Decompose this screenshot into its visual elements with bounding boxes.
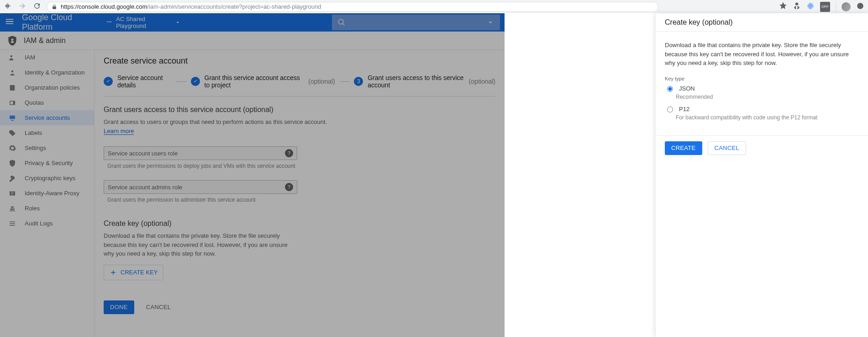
sidebar-item-identity[interactable]: Identity & Organization [0, 65, 94, 80]
project-dots-icon [106, 19, 112, 26]
users-role-placeholder: Service account users role [108, 150, 178, 157]
sidebar-item-roles[interactable]: Roles [0, 201, 94, 216]
svg-rect-8 [10, 85, 15, 91]
sidebar-item-serviceaccounts[interactable]: Service accounts [0, 110, 94, 125]
sidebar: IAM Identity & Organization Organization… [0, 50, 95, 337]
hamburger-icon[interactable] [5, 16, 15, 28]
sidebar-item-privacy[interactable]: Privacy & Security [0, 155, 94, 171]
sidebar-item-orgpolicies[interactable]: Organization policies [0, 80, 94, 95]
step-separator [176, 81, 186, 82]
svg-point-6 [11, 55, 13, 57]
panel-cancel-button[interactable]: CANCEL [708, 141, 747, 155]
create-key-heading: Create key (optional) [104, 219, 495, 228]
iam-shield-icon [6, 35, 18, 47]
users-role-field[interactable]: Service account users role ? [104, 146, 297, 160]
sidebar-item-label: IAM [25, 54, 35, 61]
svg-point-5 [11, 38, 14, 41]
step3-opt: (optional) [469, 78, 495, 85]
sidebar-item-label: Organization policies [25, 84, 80, 91]
svg-point-7 [11, 70, 14, 72]
step2-complete-icon[interactable] [191, 77, 200, 86]
panel-title: Create key (optional) [656, 13, 868, 32]
sidebar-item-iam[interactable]: IAM [0, 50, 94, 65]
sidebar-item-label: Audit Logs [25, 220, 53, 227]
gcp-search-input[interactable] [346, 18, 486, 27]
project-selector[interactable]: AC Shared Playground [106, 16, 181, 29]
radio-p12-input[interactable] [667, 107, 673, 112]
panel-create-button[interactable]: CREATE [665, 141, 702, 155]
nav-forward-icon[interactable] [18, 2, 26, 11]
sidebar-item-quotas[interactable]: Quotas [0, 95, 94, 110]
svg-point-1 [857, 3, 863, 9]
url-host: https://console.cloud.google.com [61, 3, 147, 10]
ext-recycle-icon[interactable] [793, 2, 801, 11]
grant-users-heading: Grant users access to this service accou… [104, 106, 495, 114]
create-key-button[interactable]: CREATE KEY [104, 265, 163, 280]
sidebar-item-labels[interactable]: Labels [0, 125, 94, 140]
chrome-separator [836, 2, 836, 11]
sidebar-item-iap[interactable]: Identity-Aware Proxy [0, 186, 94, 201]
step3-label: Grant users access to this service accou… [368, 74, 467, 89]
ext-red-icon[interactable] [856, 2, 864, 11]
divider [104, 96, 495, 96]
browser-toolbar: https://console.cloud.google.com/iam-adm… [0, 0, 868, 13]
section-title: IAM & admin [24, 37, 66, 45]
star-icon[interactable] [779, 2, 787, 11]
section-bar: IAM & admin [0, 32, 505, 50]
gcp-logo[interactable]: Google Cloud Platform [22, 13, 98, 32]
sidebar-item-label: Roles [25, 205, 40, 212]
admins-role-field[interactable]: Service account admins role ? [104, 180, 297, 194]
sidebar-item-label: Identity-Aware Proxy [25, 190, 79, 197]
radio-json-input[interactable] [667, 86, 673, 92]
radio-json-label: JSON [679, 85, 695, 92]
svg-point-3 [109, 21, 110, 22]
radio-json[interactable]: JSON [665, 85, 859, 92]
create-key-panel: Create key (optional) Download a file th… [656, 13, 868, 337]
radio-p12[interactable]: P12 [665, 106, 859, 112]
step1-label: Service account details [117, 74, 172, 89]
create-key-desc: Download a file that contains the privat… [104, 231, 295, 258]
main-content: Create service account Service account d… [95, 50, 505, 337]
ext-globe-icon[interactable] [806, 2, 815, 11]
step3-number[interactable]: 3 [354, 77, 363, 86]
admins-role-help: Grant users the permission to administer… [107, 197, 495, 203]
help-icon[interactable]: ? [285, 149, 293, 157]
url-bar[interactable]: https://console.cloud.google.com/iam-adm… [47, 2, 658, 12]
sidebar-item-auditlogs[interactable]: Audit Logs [0, 216, 94, 231]
admins-role-placeholder: Service account admins role [108, 184, 182, 191]
cancel-button[interactable]: CANCEL [143, 303, 174, 311]
create-key-button-label: CREATE KEY [121, 269, 158, 276]
profile-avatar[interactable] [842, 2, 851, 11]
users-role-help: Grant users the permissions to deploy jo… [107, 163, 495, 169]
help-icon[interactable]: ? [285, 183, 293, 191]
sidebar-item-crypto[interactable]: Cryptographic keys [0, 171, 94, 186]
radio-json-sub: Recommended [676, 94, 859, 100]
sidebar-item-settings[interactable]: Settings [0, 140, 94, 155]
gcp-header: Google Cloud Platform AC Shared Playgrou… [0, 13, 505, 32]
grant-users-desc-text: Grant access to users or groups that nee… [104, 118, 327, 125]
sidebar-item-label: Cryptographic keys [25, 175, 75, 182]
search-caret-icon [486, 18, 494, 27]
nav-back-icon[interactable] [4, 2, 12, 11]
panel-desc: Download a file that contains the privat… [665, 41, 859, 68]
done-button[interactable]: DONE [104, 300, 134, 314]
svg-rect-10 [11, 102, 13, 104]
grant-users-desc: Grant access to users or groups that nee… [104, 118, 495, 135]
step2-opt: (optional) [308, 78, 335, 85]
step-separator [340, 81, 350, 82]
learn-more-link[interactable]: Learn more [104, 128, 134, 135]
nav-reload-icon[interactable] [33, 2, 41, 11]
search-icon [337, 18, 346, 27]
project-name: AC Shared Playground [116, 16, 171, 29]
gcp-search[interactable] [332, 15, 500, 30]
sidebar-item-label: Settings [25, 144, 46, 151]
radio-p12-label: P12 [679, 106, 689, 112]
caret-down-icon [174, 19, 181, 26]
step1-complete-icon[interactable] [104, 77, 113, 86]
svg-rect-11 [10, 115, 15, 119]
ext-off-badge[interactable]: OFF [820, 2, 830, 12]
plus-icon [110, 269, 117, 276]
key-type-label: Key type [665, 76, 859, 81]
url-path: /iam-admin/serviceaccounts/create?projec… [147, 3, 321, 10]
stepper: Service account details Grant this servi… [104, 74, 495, 89]
